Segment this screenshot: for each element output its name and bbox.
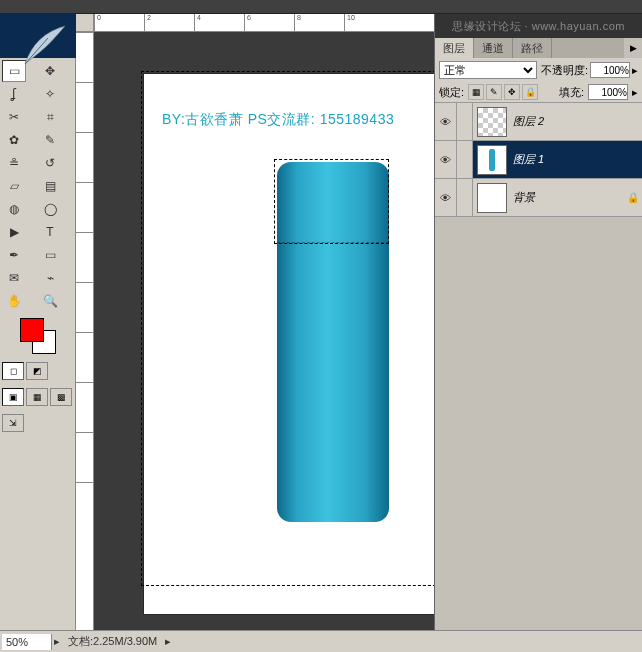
layer-options-row: 正常 不透明度: ▸ (435, 58, 642, 82)
layer-name[interactable]: 背景 (511, 190, 624, 205)
panel-menu-icon[interactable]: ▶ (624, 38, 642, 58)
dodge-tool[interactable]: ◯ (38, 198, 62, 220)
document-canvas[interactable]: BY:古欲香萧 PS交流群: 155189433 (144, 74, 434, 614)
opacity-label: 不透明度: (541, 63, 588, 78)
visibility-eye-icon[interactable]: 👁 (435, 103, 457, 140)
move-tool[interactable]: ✥ (38, 60, 62, 82)
zoom-input[interactable]: 50% (2, 634, 52, 650)
layer-row[interactable]: 👁 图层 2 (435, 103, 642, 141)
shape-tool[interactable]: ▭ (38, 244, 62, 266)
tool-grid: ▭ ✥ ʆ ✧ ✂ ⌗ ✿ ✎ ≗ ↺ ▱ ▤ ◍ ◯ ▶ T ✒ ▭ ✉ ⌁ … (0, 58, 75, 314)
canvas-viewport[interactable]: BY:古欲香萧 PS交流群: 155189433 (94, 32, 434, 630)
forum-watermark: 思缘设计论坛 · www.hayuan.com (435, 14, 642, 38)
layer-thumbnail[interactable] (477, 107, 507, 137)
fill-arrow-icon[interactable]: ▸ (632, 86, 638, 99)
visibility-eye-icon[interactable]: 👁 (435, 141, 457, 178)
type-tool[interactable]: T (38, 221, 62, 243)
eyedropper-tool[interactable]: ⌁ (38, 267, 62, 289)
fill-input[interactable] (588, 84, 628, 100)
magic-wand-tool[interactable]: ✧ (38, 83, 62, 105)
panel-tabs: 图层 通道 路径 ▶ (435, 38, 642, 58)
tab-paths[interactable]: 路径 (513, 38, 552, 58)
layer-thumbnail[interactable] (477, 183, 507, 213)
screen-full-menu-icon[interactable]: ▦ (26, 388, 48, 406)
tab-layers[interactable]: 图层 (435, 38, 474, 58)
marquee-rect-tool[interactable]: ▭ (2, 60, 26, 82)
ruler-horizontal: 0246810 (94, 14, 434, 32)
layer-row[interactable]: 👁 背景 🔒 (435, 179, 642, 217)
lock-row: 锁定: ▦ ✎ ✥ 🔒 填充: ▸ (435, 82, 642, 103)
doc-info-arrow-icon[interactable]: ▸ (165, 635, 171, 648)
crop-tool[interactable]: ✂ (2, 106, 26, 128)
layer-row[interactable]: 👁 图层 1 (435, 141, 642, 179)
tab-channels[interactable]: 通道 (474, 38, 513, 58)
brush-tool[interactable]: ✎ (38, 129, 62, 151)
eraser-tool[interactable]: ▱ (2, 175, 26, 197)
right-panels: 思缘设计论坛 · www.hayuan.com 图层 通道 路径 ▶ 正常 不透… (434, 14, 642, 630)
screen-full-icon[interactable]: ▩ (50, 388, 72, 406)
foreground-color-swatch[interactable] (20, 318, 44, 342)
lasso-tool[interactable]: ʆ (2, 83, 26, 105)
document-info: 文档:2.25M/3.90M (60, 634, 165, 649)
lock-position-icon[interactable]: ✥ (504, 84, 520, 100)
clone-stamp-tool[interactable]: ≗ (2, 152, 26, 174)
layers-list: 👁 图层 2 👁 图层 1 👁 背景 🔒 (435, 103, 642, 630)
standard-mode-icon[interactable]: ◻ (2, 362, 24, 380)
statusbar: 50% ▸ 文档:2.25M/3.90M ▸ (0, 630, 642, 652)
layer-name[interactable]: 图层 2 (511, 114, 642, 129)
hand-tool[interactable]: ✋ (2, 290, 26, 312)
titlebar-corner (0, 14, 76, 58)
gradient-tool[interactable]: ▤ (38, 175, 62, 197)
lock-label: 锁定: (439, 85, 464, 100)
lock-transparent-icon[interactable]: ▦ (468, 84, 484, 100)
path-select-tool[interactable]: ▶ (2, 221, 26, 243)
lock-all-icon[interactable]: 🔒 (522, 84, 538, 100)
author-watermark-text: BY:古欲香萧 PS交流群: 155189433 (162, 111, 394, 129)
toolbox: ▭ ✥ ʆ ✧ ✂ ⌗ ✿ ✎ ≗ ↺ ▱ ▤ ◍ ◯ ▶ T ✒ ▭ ✉ ⌁ … (0, 14, 76, 630)
healing-brush-tool[interactable]: ✿ (2, 129, 26, 151)
link-col[interactable] (457, 179, 473, 216)
color-swatches (0, 314, 75, 358)
lock-image-icon[interactable]: ✎ (486, 84, 502, 100)
visibility-eye-icon[interactable]: 👁 (435, 179, 457, 216)
workspace: ▭ ✥ ʆ ✧ ✂ ⌗ ✿ ✎ ≗ ↺ ▱ ▤ ◍ ◯ ▶ T ✒ ▭ ✉ ⌁ … (0, 14, 642, 630)
blur-tool[interactable]: ◍ (2, 198, 26, 220)
menubar[interactable] (0, 0, 642, 14)
ruler-corner (76, 14, 94, 32)
slice-tool[interactable]: ⌗ (38, 106, 62, 128)
link-col[interactable] (457, 103, 473, 140)
opacity-input[interactable] (590, 62, 630, 78)
opacity-arrow-icon[interactable]: ▸ (632, 64, 638, 77)
layer-name[interactable]: 图层 1 (511, 152, 642, 167)
blend-mode-select[interactable]: 正常 (439, 61, 537, 79)
bottle-cap-divider (277, 242, 389, 243)
notes-tool[interactable]: ✉ (2, 267, 26, 289)
bottle-shape (277, 162, 389, 522)
screen-standard-icon[interactable]: ▣ (2, 388, 24, 406)
jump-to-icon[interactable]: ⇲ (2, 414, 24, 432)
link-col[interactable] (457, 141, 473, 178)
layer-thumbnail[interactable] (477, 145, 507, 175)
zoom-tool[interactable]: 🔍 (38, 290, 62, 312)
fill-label: 填充: (559, 85, 584, 100)
ruler-vertical (76, 32, 94, 630)
history-brush-tool[interactable]: ↺ (38, 152, 62, 174)
quickmask-mode-icon[interactable]: ◩ (26, 362, 48, 380)
canvas-area: 0246810 BY:古欲香萧 PS交流群: 155189433 (76, 14, 434, 630)
lock-icon: 🔒 (624, 192, 642, 203)
pen-tool[interactable]: ✒ (2, 244, 26, 266)
